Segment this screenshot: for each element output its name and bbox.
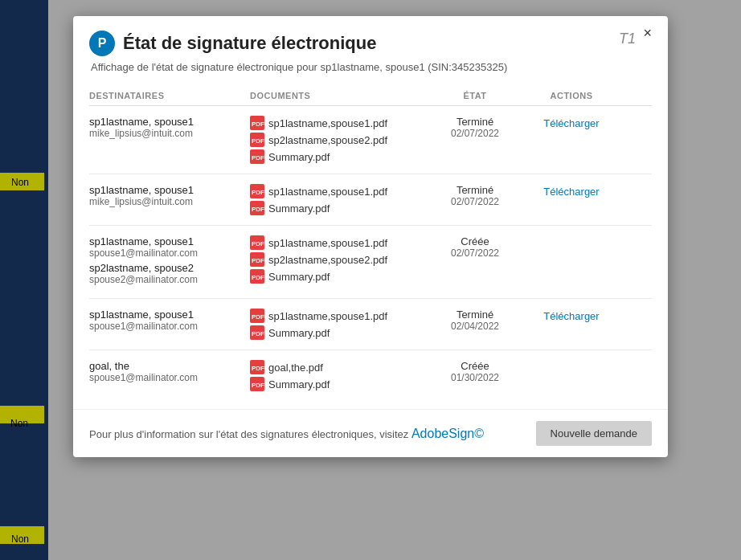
state-date: 02/04/2022 — [427, 321, 523, 332]
table-row: sp1lastname, spouse1 spouse1@mailinator.… — [89, 299, 652, 350]
doc-name: sp1lastname,spouse1.pdf — [268, 117, 387, 129]
col-header-etat: ÉTAT — [427, 91, 523, 100]
recipient-3-person-0: sp1lastname, spouse1 spouse1@mailinator.… — [89, 309, 250, 332]
state-cell-3: Terminé 02/04/2022 — [427, 309, 523, 332]
proconnect-icon: P — [89, 31, 115, 56]
modal-title: État de signature électronique — [123, 33, 376, 54]
recipient-email: mike_lipsius@intuit.com — [89, 128, 250, 139]
footer-info: Pour plus d'information sur l'état des s… — [89, 427, 484, 441]
recipient-name: sp1lastname, spouse1 — [89, 116, 250, 128]
doc-name: Summary.pdf — [268, 202, 330, 215]
recipient-cell-2: sp1lastname, spouse1 spouse1@mailinator.… — [89, 235, 250, 288]
download-link-1[interactable]: Télécharger — [543, 186, 599, 198]
table-row: sp1lastname, spouse1 mike_lipsius@intuit… — [89, 174, 652, 226]
doc-item: PDF Summary.pdf — [250, 149, 427, 164]
pdf-icon: PDF — [250, 360, 264, 374]
table-row: sp1lastname, spouse1 spouse1@mailinator.… — [89, 226, 652, 299]
doc-item: PDF Summary.pdf — [250, 325, 427, 340]
doc-item: PDF sp1lastname,spouse1.pdf — [250, 235, 427, 250]
doc-item: PDF Summary.pdf — [250, 377, 427, 391]
actions-cell-0: Télécharger — [523, 116, 620, 130]
pdf-icon: PDF — [250, 252, 264, 267]
footer-info-text: Pour plus d'information sur l'état des s… — [89, 428, 408, 440]
t1-badge: T1 — [619, 31, 636, 47]
recipient-4-person-0: goal, the spouse1@mailinator.com — [89, 360, 250, 383]
col-header-documents: DOCUMENTS — [250, 91, 427, 100]
documents-cell-3: PDF sp1lastname,spouse1.pdf PDF Summary.… — [250, 309, 427, 340]
svg-text:PDF: PDF — [252, 137, 264, 145]
new-request-button[interactable]: Nouvelle demande — [536, 421, 652, 446]
adobe-sign-link[interactable]: AdobeSign© — [411, 427, 484, 440]
doc-name: sp1lastname,spouse1.pdf — [268, 310, 387, 322]
doc-name: Summary.pdf — [268, 327, 330, 339]
recipient-name: goal, the — [89, 360, 250, 372]
svg-text:PDF: PDF — [252, 330, 264, 337]
recipient-email: spouse2@mailinator.com — [89, 274, 250, 285]
state-label: Terminé — [427, 309, 523, 321]
recipient-pair-4: goal, the spouse1@mailinator.com — [89, 360, 250, 386]
actions-cell-1: Télécharger — [523, 184, 620, 198]
table-header: DESTINATAIRES DOCUMENTS ÉTAT ACTIONS — [89, 84, 652, 106]
col-header-destinataires: DESTINATAIRES — [89, 91, 250, 100]
modal-title-row: P État de signature électronique — [89, 31, 652, 56]
modal-header: P État de signature électronique Afficha… — [73, 16, 668, 84]
svg-text:PDF: PDF — [252, 206, 264, 213]
recipient-2-person-0: sp1lastname, spouse1 spouse1@mailinator.… — [89, 235, 250, 259]
pdf-icon: PDF — [250, 149, 264, 164]
state-date: 02/07/2022 — [427, 196, 523, 207]
pdf-icon: PDF — [250, 235, 264, 250]
recipient-email: spouse1@mailinator.com — [89, 372, 250, 383]
doc-name: goal,the.pdf — [268, 362, 323, 374]
recipient-pair-3: sp1lastname, spouse1 spouse1@mailinator.… — [89, 309, 250, 335]
recipient-pair-0: sp1lastname, spouse1 mike_lipsius@intuit… — [89, 116, 250, 142]
svg-text:PDF: PDF — [252, 121, 264, 128]
download-link-3[interactable]: Télécharger — [543, 310, 599, 322]
state-date: 01/30/2022 — [427, 372, 523, 383]
pdf-icon: PDF — [250, 377, 264, 391]
svg-text:PDF: PDF — [252, 313, 264, 321]
documents-cell-1: PDF sp1lastname,spouse1.pdf PDF Summary.… — [250, 184, 427, 215]
doc-name: Summary.pdf — [268, 378, 330, 390]
doc-name: Summary.pdf — [268, 271, 330, 283]
svg-text:PDF: PDF — [252, 189, 264, 196]
recipient-email: spouse1@mailinator.com — [89, 321, 250, 332]
state-label: Terminé — [427, 116, 523, 128]
doc-item: PDF sp1lastname,spouse1.pdf — [250, 309, 427, 323]
modal-dialog: P État de signature électronique Afficha… — [73, 16, 668, 457]
recipient-1-person-0: sp1lastname, spouse1 mike_lipsius@intuit… — [89, 184, 250, 207]
state-cell-2: Créée 02/07/2022 — [427, 235, 523, 259]
state-label: Terminé — [427, 184, 523, 196]
recipient-0-person-0: sp1lastname, spouse1 mike_lipsius@intuit… — [89, 116, 250, 139]
modal-footer: Pour plus d'information sur l'état des s… — [73, 409, 668, 457]
download-link-0[interactable]: Télécharger — [543, 117, 599, 129]
doc-item: PDF sp2lastname,spouse2.pdf — [250, 252, 427, 267]
pdf-icon: PDF — [250, 309, 264, 323]
doc-name: sp2lastname,spouse2.pdf — [268, 254, 387, 266]
recipient-email: mike_lipsius@intuit.com — [89, 196, 250, 207]
recipient-cell-0: sp1lastname, spouse1 mike_lipsius@intuit… — [89, 116, 250, 142]
documents-cell-2: PDF sp1lastname,spouse1.pdf PDF sp2lastn… — [250, 235, 427, 284]
doc-item: PDF sp1lastname,spouse1.pdf — [250, 116, 427, 130]
close-button[interactable]: × — [638, 24, 657, 42]
svg-text:PDF: PDF — [252, 240, 264, 247]
doc-name: Summary.pdf — [268, 151, 330, 163]
svg-text:PDF: PDF — [252, 365, 264, 372]
doc-item: PDF sp2lastname,spouse2.pdf — [250, 133, 427, 147]
recipient-pair-2: sp1lastname, spouse1 spouse1@mailinator.… — [89, 235, 250, 288]
doc-name: sp1lastname,spouse1.pdf — [268, 186, 387, 198]
recipient-cell-1: sp1lastname, spouse1 mike_lipsius@intuit… — [89, 184, 250, 211]
documents-cell-0: PDF sp1lastname,spouse1.pdf PDF sp2lastn… — [250, 116, 427, 164]
state-cell-1: Terminé 02/07/2022 — [427, 184, 523, 207]
recipient-cell-4: goal, the spouse1@mailinator.com — [89, 360, 250, 386]
state-label: Créée — [427, 235, 523, 247]
recipient-cell-3: sp1lastname, spouse1 spouse1@mailinator.… — [89, 309, 250, 335]
pdf-icon: PDF — [250, 201, 264, 215]
recipient-name: sp2lastname, spouse2 — [89, 262, 250, 274]
recipient-name: sp1lastname, spouse1 — [89, 309, 250, 321]
modal-body: DESTINATAIRES DOCUMENTS ÉTAT ACTIONS sp1… — [73, 84, 668, 409]
recipient-email: spouse1@mailinator.com — [89, 247, 250, 259]
state-cell-4: Créée 01/30/2022 — [427, 360, 523, 383]
pdf-icon: PDF — [250, 269, 264, 284]
recipient-name: sp1lastname, spouse1 — [89, 184, 250, 196]
pdf-icon: PDF — [250, 133, 264, 147]
